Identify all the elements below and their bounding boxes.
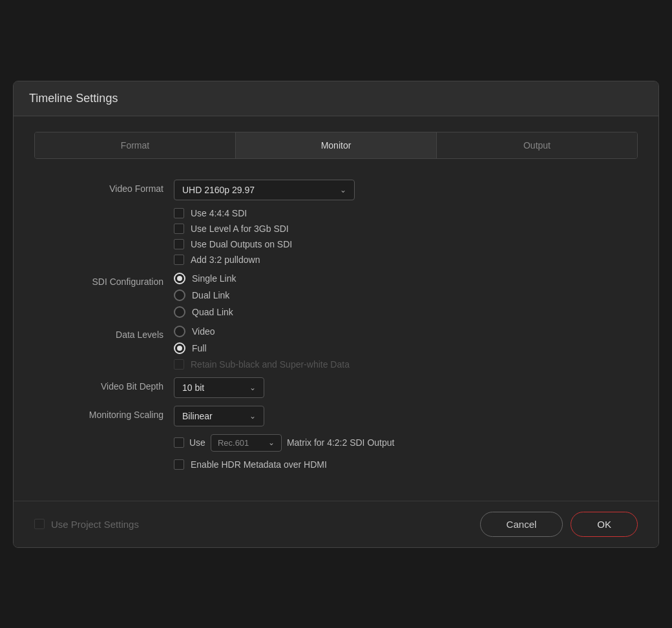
monitoring-scaling-row: Monitoring Scaling Bilinear ⌄ [34, 406, 638, 426]
monitoring-scaling-dropdown[interactable]: Bilinear ⌄ [174, 406, 264, 426]
radio-single-link-label: Single Link [192, 273, 236, 284]
checkbox-dual-outputs: Use Dual Outputs on SDI [174, 239, 638, 249]
checkbox-dual-outputs-label: Use Dual Outputs on SDI [191, 239, 292, 249]
cancel-button[interactable]: Cancel [480, 512, 563, 537]
checkbox-levelA: Use Level A for 3Gb SDI [174, 224, 638, 234]
checkboxes-row: Use 4:4:4 SDI Use Level A for 3Gb SDI Us… [34, 208, 638, 265]
chevron-down-icon: ⌄ [340, 185, 346, 194]
timeline-settings-dialog: Timeline Settings Format Monitor Output … [13, 81, 659, 548]
scaling-chevron-icon: ⌄ [249, 412, 256, 421]
video-format-label: Video Format [34, 180, 163, 194]
checkbox-sdi444-box[interactable] [174, 208, 184, 218]
bit-depth-chevron-icon: ⌄ [249, 383, 256, 392]
radio-video-btn[interactable] [174, 326, 185, 337]
tabs-container: Format Monitor Output [34, 132, 638, 159]
data-levels-controls: Video Full Retain Sub-black and Super-wh… [174, 326, 638, 370]
checkboxes-spacer-label [34, 208, 163, 212]
monitoring-scaling-controls: Bilinear ⌄ [174, 406, 638, 426]
checkbox-retain-box[interactable] [174, 359, 184, 370]
monitoring-scaling-label: Monitoring Scaling [34, 406, 163, 420]
hdr-spacer-label [34, 459, 163, 463]
hdr-controls: Enable HDR Metadata over HDMI [174, 459, 638, 470]
video-format-dropdown[interactable]: UHD 2160p 29.97 ⌄ [174, 180, 355, 200]
checkbox-hdr-box[interactable] [174, 459, 184, 470]
checkbox-hdr: Enable HDR Metadata over HDMI [174, 459, 638, 470]
video-format-controls: UHD 2160p 29.97 ⌄ [174, 180, 638, 200]
matrix-dropdown[interactable]: Rec.601 ⌄ [211, 434, 282, 452]
video-bit-depth-label: Video Bit Depth [34, 377, 163, 392]
form-section: Video Format UHD 2160p 29.97 ⌄ Use 4:4:4… [34, 180, 638, 470]
video-format-value: UHD 2160p 29.97 [182, 185, 255, 195]
video-bit-depth-row: Video Bit Depth 10 bit ⌄ [34, 377, 638, 398]
checkbox-matrix-box[interactable] [174, 437, 184, 448]
use-project-settings-checkbox[interactable] [34, 519, 45, 529]
radio-dual-link: Dual Link [174, 289, 638, 301]
hdr-row: Enable HDR Metadata over HDMI [34, 459, 638, 470]
radio-full: Full [174, 342, 638, 354]
matrix-chevron-icon: ⌄ [268, 438, 275, 447]
checkbox-hdr-label: Enable HDR Metadata over HDMI [191, 459, 327, 470]
dialog-footer: Use Project Settings Cancel OK [14, 501, 658, 547]
radio-full-label: Full [192, 343, 207, 353]
dialog-title: Timeline Settings [14, 81, 658, 116]
use-project-settings-label: Use Project Settings [51, 519, 139, 530]
radio-single-link-inner [177, 276, 182, 281]
matrix-value: Rec.601 [218, 438, 249, 448]
matrix-use-label: Use [189, 437, 205, 448]
sdi-config-controls: Single Link Dual Link Quad Link [174, 273, 638, 318]
radio-dual-link-btn[interactable] [174, 289, 185, 301]
radio-video: Video [174, 326, 638, 337]
checkbox-pulldown-label: Add 3:2 pulldown [191, 255, 260, 265]
monitoring-scaling-value: Bilinear [182, 411, 213, 421]
video-bit-depth-dropdown[interactable]: 10 bit ⌄ [174, 377, 264, 398]
matrix-spacer-label [34, 434, 163, 438]
radio-video-label: Video [192, 326, 215, 337]
ok-button[interactable]: OK [571, 512, 638, 537]
sdi-config-row: SDI Configuration Single Link Dual Link [34, 273, 638, 318]
video-format-row: Video Format UHD 2160p 29.97 ⌄ [34, 180, 638, 200]
radio-full-inner [177, 346, 182, 351]
data-levels-row: Data Levels Video Full Retain Sub [34, 326, 638, 370]
checkbox-dual-outputs-box[interactable] [174, 239, 184, 249]
checkbox-pulldown: Add 3:2 pulldown [174, 255, 638, 265]
radio-quad-link-label: Quad Link [192, 307, 233, 317]
radio-full-btn[interactable] [174, 342, 185, 354]
video-bit-depth-controls: 10 bit ⌄ [174, 377, 638, 398]
checkboxes-controls: Use 4:4:4 SDI Use Level A for 3Gb SDI Us… [174, 208, 638, 265]
tab-output[interactable]: Output [437, 132, 637, 158]
data-levels-label: Data Levels [34, 326, 163, 340]
footer-right: Cancel OK [480, 512, 638, 537]
checkbox-levelA-label: Use Level A for 3Gb SDI [191, 224, 289, 234]
tab-monitor[interactable]: Monitor [236, 132, 437, 158]
radio-quad-link-btn[interactable] [174, 306, 185, 318]
checkbox-retain-label: Retain Sub-black and Super-white Data [191, 359, 350, 370]
checkbox-levelA-box[interactable] [174, 224, 184, 234]
matrix-controls: Use Rec.601 ⌄ Matrix for 4:2:2 SDI Outpu… [174, 434, 638, 452]
radio-single-link-btn[interactable] [174, 273, 185, 284]
video-bit-depth-value: 10 bit [182, 382, 204, 393]
matrix-suffix-label: Matrix for 4:2:2 SDI Output [287, 437, 395, 448]
checkbox-pulldown-box[interactable] [174, 255, 184, 265]
footer-left: Use Project Settings [34, 519, 480, 530]
matrix-inline-row: Use Rec.601 ⌄ Matrix for 4:2:2 SDI Outpu… [174, 434, 638, 452]
radio-dual-link-label: Dual Link [192, 290, 229, 300]
checkbox-retain: Retain Sub-black and Super-white Data [174, 359, 638, 370]
radio-single-link: Single Link [174, 273, 638, 284]
checkbox-sdi444: Use 4:4:4 SDI [174, 208, 638, 218]
radio-quad-link: Quad Link [174, 306, 638, 318]
dialog-body: Format Monitor Output Video Format UHD 2… [14, 116, 658, 485]
tab-format[interactable]: Format [35, 132, 236, 158]
matrix-row: Use Rec.601 ⌄ Matrix for 4:2:2 SDI Outpu… [34, 434, 638, 452]
sdi-config-label: SDI Configuration [34, 273, 163, 287]
checkbox-sdi444-label: Use 4:4:4 SDI [191, 208, 247, 218]
